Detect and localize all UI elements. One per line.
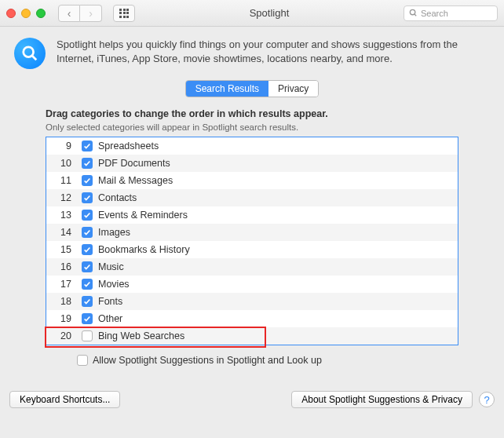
tab-bar: Search Results Privacy [14,80,490,97]
svg-point-0 [410,9,415,14]
row-label: Bing Web Searches [97,330,184,341]
row-checkbox[interactable] [82,261,93,272]
row-checkbox[interactable] [82,330,93,341]
panel: Drag categories to change the order in w… [14,108,490,366]
category-row[interactable]: 17Movies [46,276,458,293]
row-number: 14 [46,227,78,238]
row-label: PDF Documents [97,158,170,169]
allow-checkbox[interactable] [77,355,88,366]
row-checkbox[interactable] [82,227,93,238]
row-number: 19 [46,313,78,324]
row-checkbox[interactable] [82,175,93,186]
help-button[interactable]: ? [479,392,495,407]
category-row[interactable]: 19Other [46,310,458,327]
row-label: Fonts [97,296,122,307]
forward-button: › [80,5,102,22]
row-checkbox[interactable] [82,210,93,221]
row-number: 13 [46,210,78,221]
row-checkbox-wrap [78,279,97,290]
row-label: Mail & Messages [97,175,173,186]
about-button[interactable]: About Spotlight Suggestions & Privacy [291,391,473,408]
category-row[interactable]: 15Bookmarks & History [46,241,458,258]
row-checkbox[interactable] [82,296,93,307]
description-text: Spotlight helps you quickly find things … [57,38,490,65]
row-number: 12 [46,192,78,203]
row-number: 15 [46,244,78,255]
category-row[interactable]: 12Contacts [46,189,458,206]
window-title: Spotlight [140,7,399,19]
back-button[interactable]: ‹ [58,5,80,22]
allow-label: Allow Spotlight Suggestions in Spotlight… [93,355,322,366]
show-all-button[interactable] [113,5,135,22]
category-list[interactable]: 9Spreadsheets10PDF Documents11Mail & Mes… [46,137,458,345]
row-checkbox-wrap [78,330,97,341]
row-checkbox[interactable] [82,192,93,203]
row-checkbox-wrap [78,227,97,238]
row-checkbox-wrap [78,192,97,203]
row-number: 18 [46,296,78,307]
category-row[interactable]: 16Music [46,258,458,276]
row-number: 10 [46,158,78,169]
row-checkbox-wrap [78,261,97,272]
traffic-lights [6,9,46,18]
search-input[interactable]: Search [404,5,498,21]
close-icon[interactable] [6,9,16,18]
category-row[interactable]: 13Events & Reminders [46,206,458,224]
row-label: Images [97,227,130,238]
category-row[interactable]: 10PDF Documents [46,155,458,172]
category-row[interactable]: 18Fonts [46,293,458,310]
row-checkbox-wrap [78,210,97,221]
row-checkbox-wrap [78,313,97,324]
row-number: 17 [46,279,78,290]
row-label: Contacts [97,192,137,203]
row-checkbox[interactable] [82,313,93,324]
row-number: 20 [46,330,78,341]
grid-icon [119,9,129,18]
tab-group: Search Results Privacy [185,80,320,97]
row-number: 9 [46,141,78,151]
search-icon [409,9,418,17]
window-root: ‹ › Spotlight Search Spotlight helps you… [0,0,504,438]
tab-privacy[interactable]: Privacy [268,81,318,97]
svg-line-1 [415,14,416,16]
row-checkbox[interactable] [82,141,93,151]
spotlight-icon [14,38,46,69]
instructions-sub: Only selected categories will appear in … [46,122,458,132]
category-row[interactable]: 9Spreadsheets [46,137,458,155]
svg-point-2 [24,47,34,57]
row-checkbox-wrap [78,141,97,151]
row-checkbox-wrap [78,175,97,186]
minimize-icon[interactable] [21,9,31,18]
search-placeholder: Search [421,9,448,18]
allow-suggestions-row[interactable]: Allow Spotlight Suggestions in Spotlight… [77,355,458,366]
zoom-icon[interactable] [36,9,46,18]
row-label: Other [97,313,122,324]
svg-line-3 [32,56,37,60]
row-checkbox-wrap [78,244,97,255]
titlebar: ‹ › Spotlight Search [0,0,504,27]
row-number: 11 [46,175,78,186]
row-checkbox[interactable] [82,158,93,169]
category-row[interactable]: 11Mail & Messages [46,172,458,189]
row-label: Music [97,261,124,272]
nav-buttons: ‹ › [58,5,102,22]
row-checkbox-wrap [78,296,97,307]
row-checkbox[interactable] [82,244,93,255]
tab-search-results[interactable]: Search Results [186,81,268,97]
row-number: 16 [46,261,78,272]
row-label: Bookmarks & History [97,244,190,255]
row-checkbox[interactable] [82,279,93,290]
header: Spotlight helps you quickly find things … [14,38,490,69]
content: Spotlight helps you quickly find things … [0,27,504,374]
row-checkbox-wrap [78,158,97,169]
footer-right: About Spotlight Suggestions & Privacy ? [291,391,495,408]
category-row[interactable]: 20Bing Web Searches [46,327,458,345]
row-label: Events & Reminders [97,210,188,221]
instructions-bold: Drag categories to change the order in w… [46,108,458,119]
category-row[interactable]: 14Images [46,224,458,241]
keyboard-shortcuts-button[interactable]: Keyboard Shortcuts... [9,391,120,408]
row-label: Spreadsheets [97,141,159,151]
footer: Keyboard Shortcuts... About Spotlight Su… [0,391,504,418]
row-label: Movies [97,279,130,290]
